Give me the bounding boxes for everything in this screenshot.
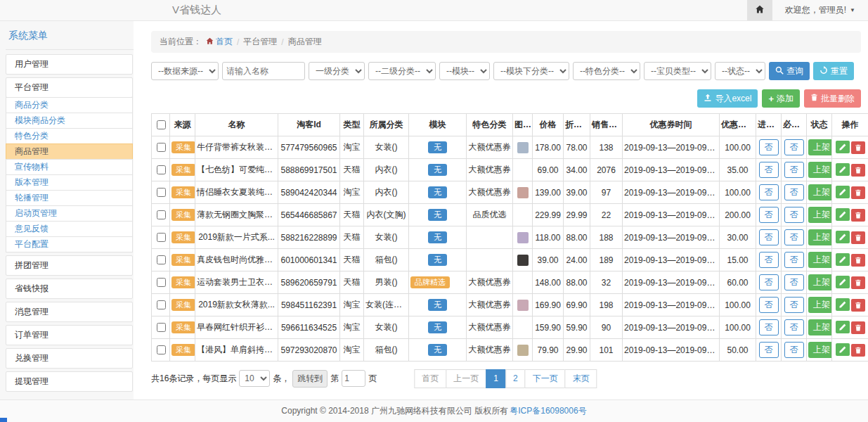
delete-button[interactable] [851, 321, 865, 334]
must-buy-toggle[interactable]: 否 [784, 319, 804, 335]
status-button[interactable]: 上架 [808, 297, 832, 313]
sidebar-item-6[interactable]: 宣传物料 [6, 159, 133, 175]
name-search-input[interactable] [222, 62, 305, 80]
page-next-button[interactable]: 下一页 [525, 369, 566, 388]
select-all-checkbox[interactable] [157, 120, 166, 129]
row-checkbox[interactable] [157, 345, 166, 354]
edit-button[interactable] [836, 141, 850, 153]
breadcrumb-home[interactable]: 首页 [206, 36, 233, 48]
edit-button[interactable] [836, 208, 850, 221]
filter-select[interactable]: --特色分类-- [573, 62, 640, 80]
edit-button[interactable] [836, 321, 850, 333]
row-checkbox[interactable] [157, 188, 166, 197]
batch-delete-button[interactable]: 批量删除 [804, 89, 861, 108]
must-buy-toggle[interactable]: 否 [784, 139, 804, 155]
delete-button[interactable] [851, 209, 865, 222]
filter-select[interactable]: --模块下分类-- [493, 62, 569, 80]
sidebar-item-7[interactable]: 版本管理 [6, 174, 133, 191]
add-button[interactable]: + 添加 [762, 89, 800, 108]
delete-button[interactable] [851, 299, 865, 312]
import-select-toggle[interactable]: 否 [759, 274, 779, 290]
row-checkbox[interactable] [157, 300, 166, 309]
row-checkbox[interactable] [157, 278, 166, 287]
page-number-input[interactable] [342, 370, 365, 387]
status-button[interactable]: 上架 [808, 342, 832, 358]
row-checkbox[interactable] [157, 210, 166, 219]
sidebar-item-2[interactable]: 商品分类 [6, 97, 133, 113]
delete-button[interactable] [851, 186, 865, 199]
import-select-toggle[interactable]: 否 [759, 252, 779, 268]
sidebar-item-3[interactable]: 模块商品分类 [6, 113, 133, 129]
sidebar-item-12[interactable]: 拼团管理 [6, 255, 133, 276]
data-source-select[interactable]: --数据来源-- [151, 62, 219, 80]
sidebar-item-1[interactable]: 平台管理 [6, 77, 133, 98]
row-checkbox[interactable] [157, 233, 166, 242]
edit-button[interactable] [836, 253, 850, 266]
status-button[interactable]: 上架 [808, 319, 832, 335]
delete-button[interactable] [851, 231, 865, 244]
status-button[interactable]: 上架 [808, 252, 832, 268]
sidebar-item-17[interactable]: 提现管理 [6, 371, 133, 392]
edit-button[interactable] [836, 298, 850, 311]
import-excel-button[interactable]: 导入excel [697, 89, 758, 108]
delete-button[interactable] [851, 344, 865, 357]
sidebar-item-0[interactable]: 用户管理 [6, 54, 133, 75]
edit-button[interactable] [836, 276, 850, 288]
filter-select[interactable]: --宝贝类型-- [644, 62, 711, 80]
sidebar-item-10[interactable]: 意见反馈 [6, 221, 133, 237]
import-select-toggle[interactable]: 否 [759, 162, 779, 178]
delete-button[interactable] [851, 276, 865, 289]
edit-button[interactable] [836, 343, 850, 356]
page-last-button[interactable]: 末页 [565, 369, 597, 388]
reset-button[interactable]: 重置 [813, 62, 854, 80]
sidebar-item-4[interactable]: 特色分类 [6, 128, 133, 144]
search-button[interactable]: 查询 [769, 62, 810, 80]
page-prev-button[interactable]: 上一页 [446, 369, 486, 388]
must-buy-toggle[interactable]: 否 [784, 229, 804, 245]
page-number-button[interactable]: 1 [486, 369, 506, 388]
page-number-button[interactable]: 2 [505, 369, 526, 388]
home-button[interactable] [747, 0, 772, 20]
filter-select[interactable]: --模块-- [439, 62, 490, 80]
sidebar-item-14[interactable]: 消息管理 [6, 302, 133, 322]
delete-button[interactable] [851, 164, 865, 177]
user-menu[interactable]: 欢迎您，管理员! ▼ [772, 0, 868, 20]
status-button[interactable]: 上架 [808, 207, 832, 223]
filter-select[interactable]: --二级分类-- [368, 62, 436, 80]
must-buy-toggle[interactable]: 否 [784, 162, 804, 178]
row-checkbox[interactable] [157, 165, 166, 174]
sidebar-item-15[interactable]: 订单管理 [6, 325, 133, 345]
edit-button[interactable] [836, 186, 850, 198]
must-buy-toggle[interactable]: 否 [784, 297, 804, 313]
sidebar-item-9[interactable]: 启动页管理 [6, 205, 133, 222]
status-button[interactable]: 上架 [808, 139, 832, 155]
edit-button[interactable] [836, 231, 850, 243]
import-select-toggle[interactable]: 否 [759, 184, 779, 200]
delete-button[interactable] [851, 141, 865, 154]
sidebar-item-11[interactable]: 平台配置 [6, 236, 133, 252]
sidebar-item-8[interactable]: 轮播管理 [6, 190, 133, 206]
status-button[interactable]: 上架 [808, 162, 832, 178]
must-buy-toggle[interactable]: 否 [784, 207, 804, 223]
row-checkbox[interactable] [157, 255, 166, 264]
import-select-toggle[interactable]: 否 [759, 342, 779, 358]
must-buy-toggle[interactable]: 否 [784, 274, 804, 290]
must-buy-toggle[interactable]: 否 [784, 252, 804, 268]
row-checkbox[interactable] [157, 323, 166, 332]
import-select-toggle[interactable]: 否 [759, 207, 779, 223]
row-checkbox[interactable] [157, 143, 166, 152]
sidebar-item-16[interactable]: 兑换管理 [6, 348, 133, 369]
import-select-toggle[interactable]: 否 [759, 319, 779, 335]
edit-button[interactable] [836, 163, 850, 176]
breadcrumb-item[interactable]: 平台管理 [243, 36, 277, 48]
filter-select[interactable]: --状态-- [715, 62, 765, 80]
per-page-select[interactable]: 10 [239, 370, 270, 387]
delete-button[interactable] [851, 254, 865, 267]
import-select-toggle[interactable]: 否 [759, 139, 779, 155]
import-select-toggle[interactable]: 否 [759, 229, 779, 245]
status-button[interactable]: 上架 [808, 184, 832, 200]
filter-select[interactable]: 一级分类 [309, 62, 365, 80]
page-first-button[interactable]: 首页 [414, 369, 446, 388]
jump-button[interactable]: 跳转到 [292, 370, 328, 388]
status-button[interactable]: 上架 [808, 274, 832, 290]
